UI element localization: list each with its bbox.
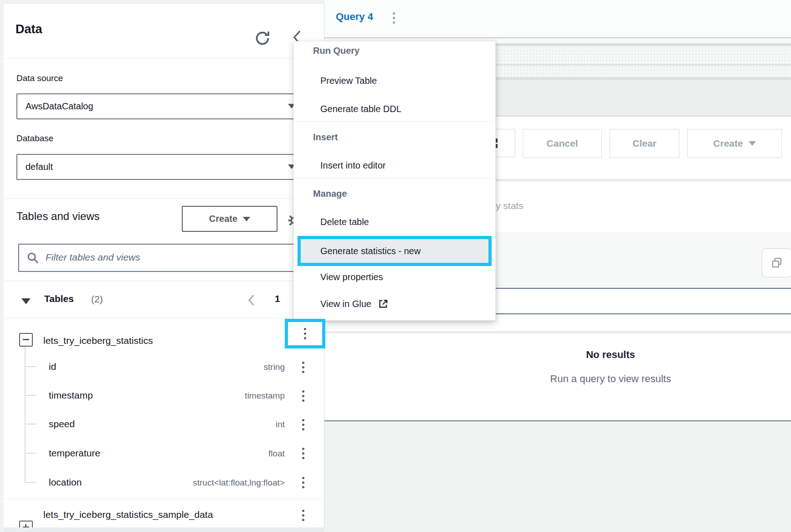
menu-divider: [294, 121, 494, 122]
tab-options-kebab-icon[interactable]: [393, 12, 396, 24]
column-type: struct<lat:float,lng:float>: [131, 478, 285, 488]
column-name: timestamp: [49, 389, 93, 401]
column-name: speed: [49, 418, 75, 430]
menu-item-insert-into-editor[interactable]: Insert into editor: [320, 160, 385, 171]
panel-divider: [4, 499, 324, 499]
column-options-kebab-icon[interactable]: [302, 390, 305, 402]
cancel-button-label: Cancel: [547, 138, 578, 149]
filter-tables-input[interactable]: Filter tables and views: [18, 244, 312, 272]
column-type: int: [131, 419, 285, 430]
database-label: Database: [16, 133, 53, 144]
column-name: location: [49, 476, 82, 488]
menu-item-delete-table[interactable]: Delete table: [320, 216, 369, 227]
table-options-kebab-icon[interactable]: [304, 328, 307, 339]
clear-button[interactable]: Clear: [610, 129, 679, 158]
menu-section-header: Insert: [313, 132, 338, 143]
table-options-kebab-icon[interactable]: [302, 510, 305, 521]
no-results-title: No results: [519, 349, 702, 361]
copy-results-button[interactable]: [762, 248, 791, 277]
column-type: string: [131, 362, 285, 372]
tree-line: [25, 424, 36, 425]
refresh-button[interactable]: [253, 29, 272, 47]
menu-item-generate-statistics[interactable]: Generate statistics - new: [320, 239, 421, 263]
tables-section-caret-icon[interactable]: [21, 298, 31, 304]
create-table-button[interactable]: Create: [182, 206, 277, 232]
create-button-label: Create: [713, 138, 743, 149]
column-type: timestamp: [131, 391, 285, 401]
tables-page-prev[interactable]: [247, 295, 255, 307]
tables-page-number[interactable]: 1: [275, 293, 280, 304]
column-name: id: [49, 361, 56, 373]
dropdown-caret-icon: [243, 217, 250, 221]
search-icon: [26, 251, 39, 264]
tree-line: [25, 482, 36, 483]
column-type: float: [131, 449, 285, 459]
panel-bottom-strip: [4, 528, 324, 532]
cancel-button[interactable]: Cancel: [523, 129, 602, 158]
menu-item-view-properties[interactable]: View properties: [320, 271, 383, 282]
results-divider: [324, 331, 791, 333]
kebab-highlight-box: [285, 319, 325, 348]
panel-divider: [4, 58, 324, 59]
column-options-kebab-icon[interactable]: [302, 448, 305, 459]
tree-line: [25, 453, 36, 454]
collapse-node-icon[interactable]: [19, 333, 33, 347]
tree-line: [25, 366, 36, 367]
column-options-kebab-icon[interactable]: [302, 362, 305, 373]
menu-item-preview-table[interactable]: Preview Table: [320, 75, 377, 86]
copy-icon: [771, 257, 783, 269]
athena-query-editor-page: Query 4 Cancel Clear Create: [0, 0, 791, 532]
data-panel: Data Data source AwsDataCatalog Database…: [4, 4, 324, 532]
tables-count: (2): [91, 294, 103, 305]
database-value: default: [26, 155, 53, 179]
panel-divider: [4, 198, 324, 199]
dropdown-caret-icon: [749, 141, 756, 146]
column-name: temperature: [49, 447, 100, 459]
view-in-glue-label: View in Glue: [320, 298, 371, 309]
menu-item-view-in-glue[interactable]: View in Glue: [320, 298, 389, 309]
menu-section-header: Manage: [313, 188, 347, 199]
page-prev-icon: [247, 295, 255, 306]
data-source-label: Data source: [16, 73, 63, 84]
table-row-name[interactable]: lets_try_iceberg_statistics: [43, 335, 153, 347]
tree-line: [25, 395, 36, 396]
create-button[interactable]: Create: [687, 129, 782, 158]
tables-section-label: Tables: [44, 293, 74, 304]
table-row-name[interactable]: lets_try_iceberg_statistics_sample_data: [43, 509, 213, 521]
panel-divider: [4, 281, 324, 281]
menu-section-header: Run Query: [313, 45, 360, 56]
generate-statistics-highlight-box: Generate statistics - new: [298, 236, 492, 266]
no-results-subtitle: Run a query to view results: [474, 373, 747, 385]
tables-and-views-heading: Tables and views: [16, 210, 100, 223]
query-stats-partial-text: y stats: [496, 200, 524, 211]
refresh-icon: [253, 29, 272, 47]
data-source-select[interactable]: AwsDataCatalog: [16, 93, 312, 119]
column-options-kebab-icon[interactable]: [302, 419, 305, 430]
clear-button-label: Clear: [632, 138, 657, 149]
create-table-button-label: Create: [209, 214, 237, 224]
database-select[interactable]: default: [16, 154, 312, 180]
panel-title: Data: [15, 22, 42, 36]
panel-divider: [4, 318, 324, 318]
menu-item-generate-table-ddl[interactable]: Generate table DDL: [320, 103, 401, 114]
external-link-icon: [378, 298, 389, 309]
filter-placeholder: Filter tables and views: [46, 245, 140, 270]
menu-divider: [294, 178, 494, 179]
data-source-value: AwsDataCatalog: [26, 94, 93, 118]
table-context-menu: Run Query Preview Table Generate table D…: [293, 41, 496, 321]
tab-query-4[interactable]: Query 4: [336, 11, 373, 23]
column-options-kebab-icon[interactable]: [302, 477, 305, 488]
